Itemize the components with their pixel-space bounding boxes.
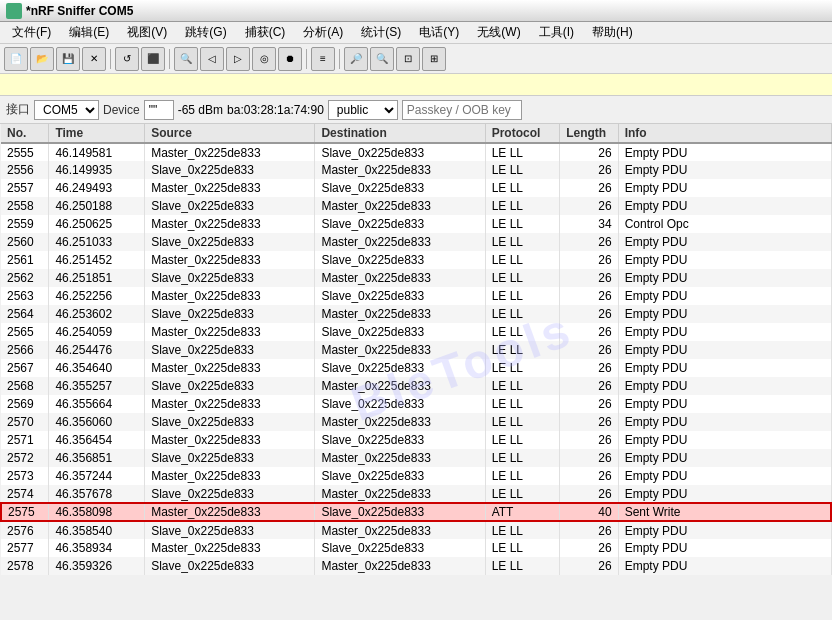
table-row[interactable]: 256346.252256Master_0x225de833Slave_0x22… xyxy=(1,287,831,305)
port-select[interactable]: COM5 xyxy=(34,100,99,120)
table-row[interactable]: 255846.250188Slave_0x225de833Master_0x22… xyxy=(1,197,831,215)
mac-value: ba:03:28:1a:74:90 xyxy=(227,103,324,117)
header-info: Info xyxy=(618,124,831,143)
table-row[interactable]: 256146.251452Master_0x225de833Slave_0x22… xyxy=(1,251,831,269)
menu-item-C[interactable]: 捕获(C) xyxy=(237,22,294,43)
rssi-value: -65 dBm xyxy=(178,103,223,117)
toolbar-zoom-norm-btn[interactable]: ⊞ xyxy=(422,47,446,71)
header-dest: Destination xyxy=(315,124,485,143)
table-row[interactable]: 256746.354640Master_0x225de833Slave_0x22… xyxy=(1,359,831,377)
toolbar-open-btn[interactable]: 📂 xyxy=(30,47,54,71)
toolbar-stop-btn[interactable]: ⬛ xyxy=(141,47,165,71)
table-row[interactable]: 256246.251851Slave_0x225de833Master_0x22… xyxy=(1,269,831,287)
table-row[interactable]: 257546.358098Master_0x225de833Slave_0x22… xyxy=(1,503,831,521)
toolbar-close-btn[interactable]: ✕ xyxy=(82,47,106,71)
table-row[interactable]: 257246.356851Slave_0x225de833Master_0x22… xyxy=(1,449,831,467)
menu-item-G[interactable]: 跳转(G) xyxy=(177,22,234,43)
toolbar-capture-btn[interactable]: ◎ xyxy=(252,47,276,71)
toolbar-sep-4 xyxy=(339,49,340,69)
app-icon xyxy=(6,3,22,19)
toolbar-reload-btn[interactable]: ↺ xyxy=(115,47,139,71)
device-label: Device xyxy=(103,103,140,117)
passkey-input[interactable] xyxy=(402,100,522,120)
table-row[interactable]: 256646.254476Slave_0x225de833Master_0x22… xyxy=(1,341,831,359)
toolbar-sep-3 xyxy=(306,49,307,69)
main-content: BleTools No. Time Source Destination Pro… xyxy=(0,124,832,620)
toolbar-zoom-fit-btn[interactable]: ⊡ xyxy=(396,47,420,71)
toolbar-new-btn[interactable]: 📄 xyxy=(4,47,28,71)
packet-table: No. Time Source Destination Protocol Len… xyxy=(0,124,832,575)
table-row[interactable]: 255746.249493Master_0x225de833Slave_0x22… xyxy=(1,179,831,197)
table-row[interactable]: 257846.359326Slave_0x225de833Master_0x22… xyxy=(1,557,831,575)
menu-item-H[interactable]: 帮助(H) xyxy=(584,22,641,43)
toolbar-save-btn[interactable]: 💾 xyxy=(56,47,80,71)
table-row[interactable]: 257046.356060Slave_0x225de833Master_0x22… xyxy=(1,413,831,431)
port-label: 接口 xyxy=(6,101,30,118)
connection-bar: 接口 COM5 Device -65 dBm ba:03:28:1a:74:90… xyxy=(0,96,832,124)
menu-item-Y[interactable]: 电话(Y) xyxy=(411,22,467,43)
menu-item-I[interactable]: 工具(I) xyxy=(531,22,582,43)
table-row[interactable]: 257146.356454Master_0x225de833Slave_0x22… xyxy=(1,431,831,449)
header-protocol: Protocol xyxy=(485,124,559,143)
toolbar-sep-2 xyxy=(169,49,170,69)
toolbar-record-btn[interactable]: ⏺ xyxy=(278,47,302,71)
table-row[interactable]: 256046.251033Slave_0x225de833Master_0x22… xyxy=(1,233,831,251)
header-source: Source xyxy=(145,124,315,143)
table-header-row: No. Time Source Destination Protocol Len… xyxy=(1,124,831,143)
menu-item-W[interactable]: 无线(W) xyxy=(469,22,528,43)
table-row[interactable]: 256546.254059Master_0x225de833Slave_0x22… xyxy=(1,323,831,341)
toolbar-fwd-btn[interactable]: ▷ xyxy=(226,47,250,71)
menu-item-A[interactable]: 分析(A) xyxy=(295,22,351,43)
toolbar-zoom-out-btn[interactable]: 🔍 xyxy=(370,47,394,71)
table-row[interactable]: 256846.355257Slave_0x225de833Master_0x22… xyxy=(1,377,831,395)
table-row[interactable]: 257446.357678Slave_0x225de833Master_0x22… xyxy=(1,485,831,503)
menu-bar: 文件(F)编辑(E)视图(V)跳转(G)捕获(C)分析(A)统计(S)电话(Y)… xyxy=(0,22,832,44)
table-row[interactable]: 257346.357244Master_0x225de833Slave_0x22… xyxy=(1,467,831,485)
table-row[interactable]: 255546.149581Master_0x225de833Slave_0x22… xyxy=(1,143,831,161)
filter-bar[interactable] xyxy=(0,74,832,96)
menu-item-S[interactable]: 统计(S) xyxy=(353,22,409,43)
table-row[interactable]: 255646.149935Slave_0x225de833Master_0x22… xyxy=(1,161,831,179)
window-title: *nRF Sniffer COM5 xyxy=(26,4,133,18)
toolbar-zoom-in-btn[interactable]: 🔎 xyxy=(344,47,368,71)
table-row[interactable]: 257746.358934Master_0x225de833Slave_0x22… xyxy=(1,539,831,557)
table-row[interactable]: 256946.355664Master_0x225de833Slave_0x22… xyxy=(1,395,831,413)
table-row[interactable]: 257646.358540Slave_0x225de833Master_0x22… xyxy=(1,521,831,539)
toolbar-sep-1 xyxy=(110,49,111,69)
header-length: Length xyxy=(560,124,619,143)
mode-select[interactable]: public xyxy=(328,100,398,120)
table-row[interactable]: 256446.253602Slave_0x225de833Master_0x22… xyxy=(1,305,831,323)
toolbar: 📄 📂 💾 ✕ ↺ ⬛ 🔍 ◁ ▷ ◎ ⏺ ≡ 🔎 🔍 ⊡ ⊞ xyxy=(0,44,832,74)
menu-item-F[interactable]: 文件(F) xyxy=(4,22,59,43)
header-no: No. xyxy=(1,124,49,143)
toolbar-list-btn[interactable]: ≡ xyxy=(311,47,335,71)
device-input[interactable] xyxy=(144,100,174,120)
toolbar-back-btn[interactable]: ◁ xyxy=(200,47,224,71)
menu-item-V[interactable]: 视图(V) xyxy=(119,22,175,43)
header-time: Time xyxy=(49,124,145,143)
title-bar: *nRF Sniffer COM5 xyxy=(0,0,832,22)
toolbar-search-btn[interactable]: 🔍 xyxy=(174,47,198,71)
table-row[interactable]: 255946.250625Master_0x225de833Slave_0x22… xyxy=(1,215,831,233)
menu-item-E[interactable]: 编辑(E) xyxy=(61,22,117,43)
